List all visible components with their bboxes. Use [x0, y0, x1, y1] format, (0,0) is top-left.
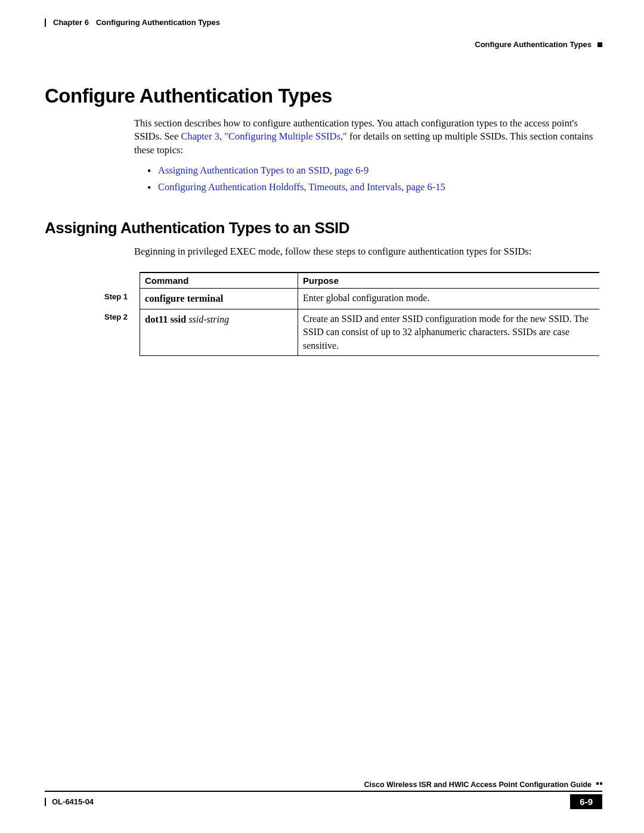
command-text: configure terminal — [145, 293, 223, 304]
topics-list: Assigning Authentication Types to an SSI… — [147, 164, 602, 194]
chapter-3-link[interactable]: Chapter 3, "Configuring Multiple SSIDs," — [181, 131, 346, 142]
command-text: dot11 ssid — [145, 314, 188, 325]
section-heading: Assigning Authentication Types to an SSI… — [45, 219, 602, 237]
intro-paragraph: This section describes how to configure … — [134, 117, 602, 194]
command-table: Command Purpose Step 1 configure termina… — [104, 272, 599, 356]
table-row: Step 1 configure terminal Enter global c… — [104, 289, 599, 309]
header-right: Configure Authentication Types — [475, 40, 602, 49]
header-left: Chapter 6 Configuring Authentication Typ… — [45, 18, 220, 27]
table-header-row: Command Purpose — [104, 272, 599, 289]
step-label: Step 2 — [104, 309, 140, 355]
chapter-title: Configuring Authentication Types — [96, 18, 220, 27]
doc-id: OL-6415-04 — [52, 797, 94, 806]
purpose-text: Create an SSID and enter SSID configurat… — [298, 309, 600, 355]
col-header-command: Command — [140, 272, 298, 289]
topic-link-1[interactable]: Assigning Authentication Types to an SSI… — [158, 165, 369, 176]
section-intro: Beginning in privileged EXEC mode, follo… — [134, 246, 602, 258]
guide-title: Cisco Wireless ISR and HWIC Access Point… — [364, 781, 592, 789]
topic-link-2[interactable]: Configuring Authentication Holdoffs, Tim… — [158, 181, 445, 193]
page-number: 6-9 — [570, 794, 602, 809]
vertical-bar-icon — [45, 18, 46, 27]
page-header: Chapter 6 Configuring Authentication Typ… — [45, 18, 602, 27]
purpose-text: Enter global configuration mode. — [298, 289, 600, 309]
footer-dots-icon — [596, 782, 602, 785]
command-arg: ssid-string — [188, 314, 229, 324]
square-icon — [597, 42, 602, 47]
table-row: Step 2 dot11 ssid ssid-string Create an … — [104, 309, 599, 355]
col-header-purpose: Purpose — [298, 272, 600, 289]
page-footer: Cisco Wireless ISR and HWIC Access Point… — [45, 781, 602, 809]
vertical-bar-icon — [45, 798, 46, 806]
step-label: Step 1 — [104, 289, 140, 309]
chapter-label: Chapter 6 — [53, 18, 89, 27]
page-title: Configure Authentication Types — [45, 85, 602, 107]
section-title-header: Configure Authentication Types — [475, 40, 592, 49]
